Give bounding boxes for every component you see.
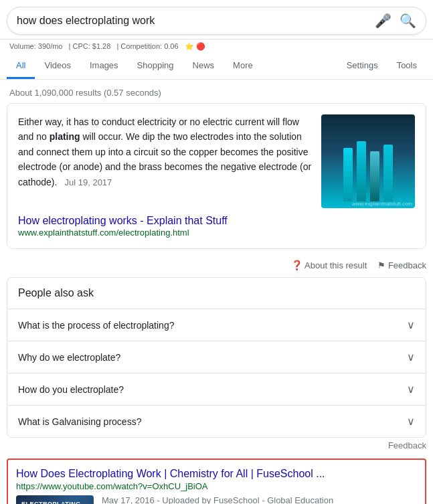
video-title-link[interactable]: How Does Electroplating Work | Chemistry…: [16, 468, 417, 480]
microphone-icon[interactable]: 🎤: [375, 13, 392, 29]
feedback-people-ask[interactable]: Feedback: [0, 438, 433, 453]
snippet-text: Either way, it has to conduct electricit…: [18, 114, 312, 208]
about-result[interactable]: ❓ About this result: [291, 260, 367, 270]
ask-item-2[interactable]: Why do we electroplate? ∨: [7, 341, 426, 373]
search-button[interactable]: 🔍: [400, 13, 416, 29]
video-date-uploader: May 17, 2016 - Uploaded by FuseSchool - …: [102, 495, 417, 504]
tab-videos[interactable]: Videos: [35, 54, 80, 79]
video-meta: May 17, 2016 - Uploaded by FuseSchool - …: [102, 495, 417, 504]
tab-tools[interactable]: Tools: [387, 54, 426, 79]
ask-question-3: How do you electroplate?: [18, 384, 124, 395]
ask-question-2: Why do we electroplate?: [18, 352, 120, 363]
tab-settings[interactable]: Settings: [337, 54, 387, 79]
chevron-down-icon-3: ∨: [407, 383, 415, 396]
volume-label: Volume: 390/mo: [9, 42, 63, 50]
featured-snippet: Either way, it has to conduct electricit…: [7, 103, 426, 249]
snippet-title-link[interactable]: How electroplating works - Explain that …: [18, 215, 228, 226]
video-label: ELECTROPLATING: [21, 501, 81, 504]
snippet-image-visual: [321, 114, 415, 208]
about-icon: ❓: [291, 260, 302, 270]
snippet-link-section: How electroplating works - Explain that …: [18, 215, 415, 238]
snippet-footer: ❓ About this result ⚑ Feedback: [0, 256, 433, 270]
tab-images[interactable]: Images: [80, 54, 128, 79]
video-url: https://www.youtube.com/watch?v=OxhCU_jB…: [16, 481, 417, 491]
feedback-button-snippet[interactable]: ⚑ Feedback: [377, 260, 426, 270]
ask-question-1: What is the process of electroplating?: [18, 320, 174, 331]
snippet-url: www.explainthatstuff.com/electroplating.…: [18, 228, 189, 238]
snippet-date: Jul 19, 2017: [60, 177, 112, 187]
video-thumbnail[interactable]: ▶ ELECTROPLATING 5:49: [16, 495, 94, 504]
cpc-label: CPC: $1.28: [72, 42, 110, 50]
people-also-ask-box: People also ask What is the process of e…: [7, 277, 426, 438]
competition-label: Competition: 0.06: [120, 42, 178, 50]
chevron-down-icon-1: ∨: [407, 319, 415, 331]
snippet-content: Either way, it has to conduct electricit…: [18, 114, 415, 208]
ask-item-4[interactable]: What is Galvanising process? ∨: [7, 406, 426, 437]
ask-item-1[interactable]: What is the process of electroplating? ∨: [7, 309, 426, 341]
search-bar-container: 🎤 🔍: [0, 0, 433, 39]
tab-news[interactable]: News: [183, 54, 224, 79]
video-result: How Does Electroplating Work | Chemistry…: [7, 458, 426, 504]
snippet-image: www.explainthatstuff.com: [321, 114, 415, 208]
nav-tabs: All Videos Images Shopping News More Set…: [0, 54, 433, 80]
search-bar: 🎤 🔍: [7, 7, 426, 35]
video-content: ▶ ELECTROPLATING 5:49 May 17, 2016 - Upl…: [16, 495, 417, 504]
tab-more[interactable]: More: [224, 54, 262, 79]
electroplating-visual: [343, 141, 393, 208]
tab-shopping[interactable]: Shopping: [128, 54, 183, 79]
results-count: About 1,090,000 results (0.57 seconds): [0, 80, 433, 103]
chevron-down-icon-4: ∨: [407, 415, 415, 428]
ask-item-3[interactable]: How do you electroplate? ∨: [7, 373, 426, 406]
chevron-down-icon-2: ∨: [407, 351, 415, 363]
search-icons: 🎤 🔍: [375, 13, 416, 29]
image-credit: www.explainthatstuff.com: [352, 201, 412, 207]
snippet-bold: plating: [50, 131, 80, 142]
people-ask-header: People also ask: [7, 278, 426, 309]
search-input[interactable]: [17, 15, 375, 27]
ask-question-4: What is Galvanising process?: [18, 416, 141, 427]
feedback-icon: ⚑: [377, 260, 385, 270]
volume-bar: Volume: 390/mo | CPC: $1.28 | Competitio…: [0, 39, 433, 54]
tab-all[interactable]: All: [7, 54, 35, 79]
